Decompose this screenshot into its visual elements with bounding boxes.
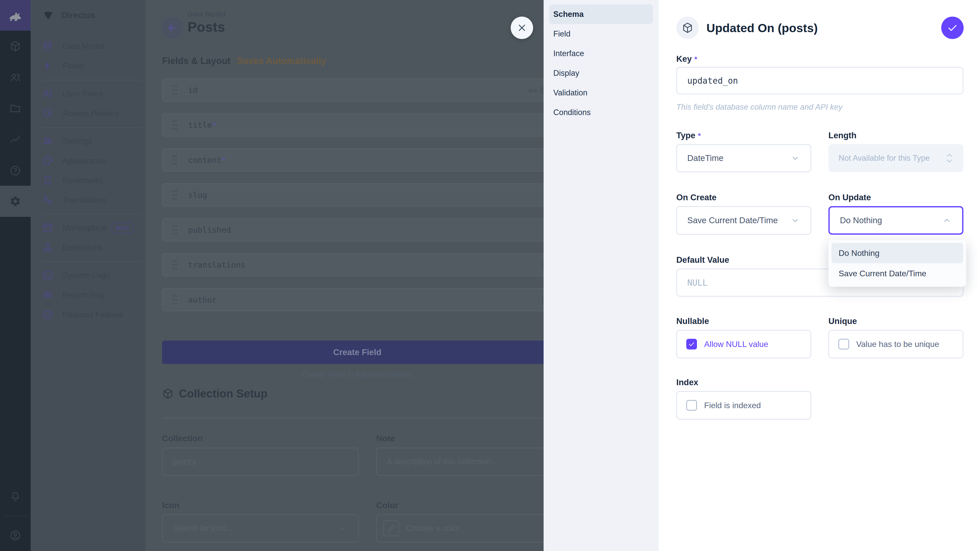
field-name: translations	[188, 260, 245, 269]
module-files[interactable]	[0, 93, 30, 124]
sidebar-item-label: Settings	[62, 137, 92, 146]
autosave-notice: Saves Automatically	[237, 56, 326, 66]
storefront-icon	[42, 222, 53, 233]
collection-value: posts	[173, 457, 197, 466]
sidebar-item-request-feature[interactable]: Request Feature	[30, 305, 145, 324]
sidebar-item-access-policies[interactable]: Access Policies	[30, 103, 145, 123]
sidebar-item-flows[interactable]: Flows	[30, 56, 145, 76]
type-select[interactable]: DateTime	[676, 144, 811, 172]
module-users[interactable]	[0, 62, 30, 93]
chevron-up-icon	[942, 215, 952, 225]
on-update-menu: Do Nothing Save Current Date/Time	[829, 240, 966, 287]
field-name: published	[188, 225, 231, 234]
cube-icon	[682, 22, 694, 34]
field-row-published[interactable]: published	[162, 218, 552, 241]
field-row-content[interactable]: content*	[162, 148, 552, 171]
nullable-label: Nullable	[676, 316, 709, 326]
index-checkbox-field[interactable]: Field is indexed	[676, 391, 811, 420]
notifications-button[interactable]	[0, 481, 30, 512]
field-row-translations[interactable]: translations	[162, 253, 552, 276]
menu-option-do-nothing[interactable]: Do Nothing	[832, 243, 963, 263]
arrow-left-icon	[167, 22, 178, 33]
on-update-label: On Update	[829, 192, 871, 202]
field-name: title*	[188, 121, 217, 130]
unique-checkbox-field[interactable]: Value has to be unique	[829, 330, 963, 359]
field-row-author[interactable]: author	[162, 288, 552, 311]
on-update-select[interactable]: Do Nothing	[829, 206, 963, 235]
back-button[interactable]	[161, 17, 183, 39]
data-model-page: Data Model Posts Fields & Layout Saves A…	[145, 0, 562, 551]
database-icon	[42, 41, 53, 52]
sidebar-item-appearance[interactable]: Appearance	[30, 151, 145, 170]
user-avatar[interactable]	[0, 520, 30, 551]
drag-handle[interactable]	[173, 295, 177, 305]
sidebar-item-marketplace[interactable]: Marketplace Beta	[30, 218, 145, 238]
sidebar-item-settings[interactable]: Settings	[30, 131, 145, 151]
nav-divider	[42, 127, 142, 128]
checkbox-unchecked-icon[interactable]	[838, 339, 849, 349]
sidebar-item-label: Flows	[62, 61, 84, 71]
avatar-icon	[10, 530, 21, 541]
collection-input[interactable]: posts	[162, 448, 359, 476]
breadcrumb[interactable]: Data Model	[188, 10, 226, 18]
drawer-header-icon-circle	[676, 17, 699, 39]
sidebar-item-translations[interactable]: Translations	[30, 190, 145, 210]
project-chooser[interactable]: Directus	[30, 0, 145, 30]
tab-interface[interactable]: Interface	[549, 44, 653, 63]
sidebar-item-user-roles[interactable]: User Roles	[30, 84, 145, 103]
drag-handle[interactable]	[173, 260, 177, 270]
drag-handle[interactable]	[173, 85, 177, 95]
project-name: Directus	[62, 11, 95, 20]
sidebar-item-bookmarks[interactable]: Bookmarks	[30, 171, 145, 190]
directus-logo[interactable]	[0, 0, 30, 30]
tab-validation[interactable]: Validation	[549, 83, 653, 103]
field-row-id[interactable]: id	[162, 79, 552, 102]
menu-option-save-current[interactable]: Save Current Date/Time	[832, 263, 963, 284]
field-name: author	[188, 295, 217, 304]
module-insights[interactable]	[0, 124, 30, 155]
sidebar-item-report-bug[interactable]: Report Bug	[30, 285, 145, 305]
sidebar-item-label: User Roles	[62, 89, 103, 98]
sidebar-item-extensions[interactable]: Extensions	[30, 238, 145, 257]
sidebar-item-system-logs[interactable]: System Logs	[30, 265, 145, 285]
length-input: Not Available for this Type	[829, 144, 963, 172]
create-field-button[interactable]: Create Field	[162, 341, 552, 364]
section-divider	[162, 418, 552, 418]
module-help[interactable]	[0, 155, 30, 186]
tab-field[interactable]: Field	[549, 24, 653, 44]
sidebar-item-data-model[interactable]: Data Model	[30, 37, 145, 56]
tab-display[interactable]: Display	[549, 63, 653, 83]
key-input[interactable]: updated_on	[676, 67, 963, 94]
chevron-up-icon	[945, 152, 953, 158]
save-button[interactable]	[941, 17, 964, 39]
checkbox-unchecked-icon[interactable]	[686, 400, 697, 411]
sidebar-item-label: Appearance	[62, 156, 107, 165]
eyedropper-button[interactable]	[383, 520, 399, 536]
gear-icon	[10, 195, 21, 207]
color-placeholder: Choose a color...	[406, 524, 466, 533]
tab-conditions[interactable]: Conditions	[549, 103, 653, 122]
on-create-select[interactable]: Save Current Date/Time	[676, 206, 811, 235]
drag-handle[interactable]	[173, 155, 177, 165]
note-label: Note	[376, 433, 395, 443]
icon-search-input[interactable]: Search for icon...	[162, 514, 359, 542]
note-input[interactable]: A description of this collection...	[376, 448, 573, 476]
length-stepper[interactable]	[945, 152, 953, 164]
field-row-title[interactable]: title*	[162, 114, 552, 137]
length-placeholder: Not Available for this Type	[838, 154, 930, 163]
create-field-advanced-link[interactable]: Create Field in Advanced Mode	[162, 370, 552, 380]
color-input[interactable]: Choose a color...	[376, 514, 573, 542]
drag-handle[interactable]	[173, 120, 177, 130]
drag-handle[interactable]	[173, 190, 177, 200]
checkbox-checked-icon[interactable]	[686, 339, 697, 349]
drag-handle[interactable]	[173, 225, 177, 235]
chevron-down-icon	[338, 523, 348, 534]
module-settings[interactable]	[0, 186, 30, 217]
key-value: updated_on	[687, 76, 738, 86]
nullable-checkbox-field[interactable]: Allow NULL value	[676, 330, 811, 359]
field-row-slug[interactable]: slug	[162, 183, 552, 206]
module-content[interactable]	[0, 30, 30, 62]
tab-schema[interactable]: Schema	[549, 4, 653, 24]
directus-app: Directus Data Model Flows User Roles	[0, 0, 980, 551]
drawer-close-button[interactable]	[511, 17, 533, 39]
